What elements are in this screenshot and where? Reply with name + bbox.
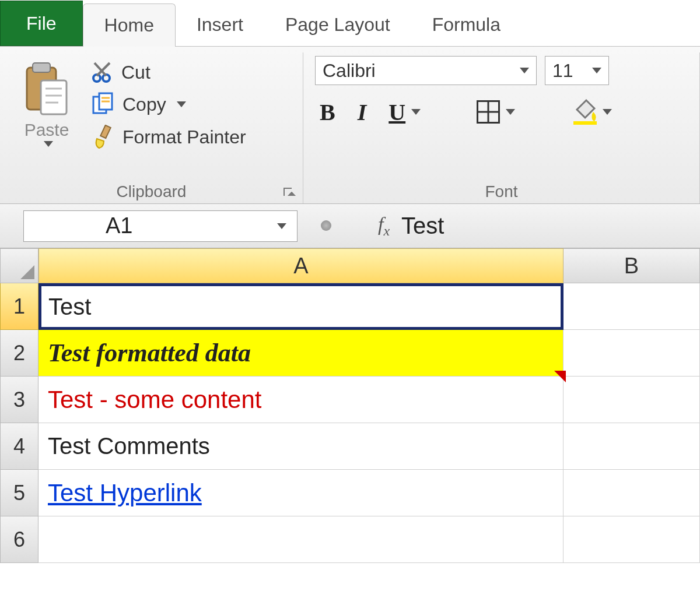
font-group-title: Font — [315, 179, 688, 203]
row-header-6[interactable]: 6 — [0, 516, 38, 563]
svg-rect-1 — [33, 63, 50, 72]
cut-label: Cut — [121, 62, 150, 83]
select-all-corner[interactable] — [0, 248, 38, 283]
bold-button[interactable]: B — [320, 99, 335, 126]
grid-row: 1Test — [0, 283, 700, 330]
format-painter-label: Format Painter — [123, 126, 246, 148]
cell-b5[interactable] — [564, 470, 700, 516]
paste-dropdown-icon[interactable] — [44, 141, 53, 147]
column-header-a[interactable]: A — [38, 248, 564, 283]
cell-a5[interactable]: Test Hyperlink — [38, 470, 564, 516]
cell-b1[interactable] — [564, 283, 700, 330]
svg-rect-2 — [41, 80, 66, 114]
cancel-formula-icon[interactable] — [321, 220, 331, 231]
cell-a6[interactable] — [38, 516, 564, 563]
name-box[interactable]: A1 — [23, 210, 298, 242]
italic-button[interactable]: I — [358, 99, 367, 126]
font-size-combo[interactable]: 11 — [545, 56, 609, 85]
grid-row: 6 — [0, 516, 700, 563]
font-size-value: 11 — [552, 60, 573, 82]
row-header-2[interactable]: 2 — [0, 330, 38, 377]
clipboard-dialog-launcher-icon[interactable] — [282, 186, 295, 199]
borders-button[interactable] — [477, 100, 515, 124]
grid-row: 2Test formatted data — [0, 330, 700, 377]
formula-bar-buttons: fx — [321, 213, 390, 239]
cell-b3[interactable] — [564, 377, 700, 423]
row-header-1[interactable]: 1 — [0, 283, 38, 330]
paste-label: Paste — [24, 120, 69, 140]
cell-b2[interactable] — [564, 330, 700, 377]
row-header-5[interactable]: 5 — [0, 470, 38, 516]
format-painter-button[interactable]: Format Painter — [91, 125, 246, 149]
ribbon: Paste Cut — [0, 47, 700, 204]
comment-indicator-icon — [554, 371, 566, 382]
tab-page-layout[interactable]: Page Layout — [264, 3, 411, 46]
font-name-value: Calibri — [323, 60, 376, 82]
font-name-combo[interactable]: Calibri — [315, 56, 537, 85]
row-header-3[interactable]: 3 — [0, 377, 38, 423]
tab-insert[interactable]: Insert — [176, 3, 264, 46]
clipboard-group-title: Clipboard — [12, 179, 291, 203]
column-headers: A B — [38, 248, 700, 283]
formula-bar-value: Test — [401, 213, 444, 239]
ribbon-group-clipboard: Paste Cut — [0, 52, 303, 203]
ribbon-group-font: Calibri 11 B I U — [303, 52, 700, 203]
paste-button[interactable]: Paste — [12, 56, 82, 149]
copy-label: Copy — [123, 94, 166, 115]
tab-home[interactable]: Home — [83, 3, 176, 47]
grid-row: 3Test - some content — [0, 377, 700, 423]
clipboard-paste-icon — [23, 59, 70, 118]
paint-bucket-icon — [571, 98, 599, 126]
row-header-4[interactable]: 4 — [0, 423, 38, 470]
insert-function-button[interactable]: fx — [378, 213, 390, 239]
spreadsheet-grid: A B 1Test2Test formatted data3Test - som… — [0, 248, 700, 610]
name-box-value: A1 — [106, 213, 132, 238]
cell-b6[interactable] — [564, 516, 700, 563]
underline-label: U — [388, 99, 405, 126]
name-box-dropdown-icon[interactable] — [277, 223, 286, 229]
fill-color-button[interactable] — [571, 98, 612, 126]
cut-button[interactable]: Cut — [91, 61, 246, 84]
borders-icon — [477, 100, 500, 124]
fill-color-dropdown-icon[interactable] — [603, 109, 612, 115]
cell-a1[interactable]: Test — [38, 283, 564, 330]
column-header-b[interactable]: B — [564, 248, 700, 283]
paintbrush-icon — [91, 125, 116, 149]
cell-a4[interactable]: Test Comments — [38, 423, 564, 470]
ribbon-tab-strip: File Home Insert Page Layout Formula — [0, 0, 700, 47]
tab-file[interactable]: File — [0, 1, 83, 46]
underline-button[interactable]: U — [388, 99, 421, 126]
cell-b4[interactable] — [564, 423, 700, 470]
copy-dropdown-icon[interactable] — [177, 101, 186, 107]
formula-bar-input[interactable]: Test — [390, 210, 700, 242]
grid-row: 5Test Hyperlink — [0, 470, 700, 516]
scissors-icon — [91, 61, 114, 84]
underline-dropdown-icon[interactable] — [411, 109, 421, 115]
cell-a3[interactable]: Test - some content — [38, 377, 564, 423]
font-name-dropdown-icon[interactable] — [520, 68, 529, 73]
cell-a2[interactable]: Test formatted data — [38, 330, 564, 377]
copy-icon — [91, 92, 116, 117]
font-size-dropdown-icon[interactable] — [592, 68, 601, 73]
tab-formulas[interactable]: Formula — [411, 3, 522, 46]
copy-button[interactable]: Copy — [91, 92, 246, 117]
borders-dropdown-icon[interactable] — [506, 109, 515, 115]
svg-rect-14 — [100, 125, 111, 138]
svg-rect-15 — [573, 121, 597, 125]
formula-bar-row: A1 fx Test — [0, 204, 700, 248]
grid-row: 4Test Comments — [0, 423, 700, 470]
